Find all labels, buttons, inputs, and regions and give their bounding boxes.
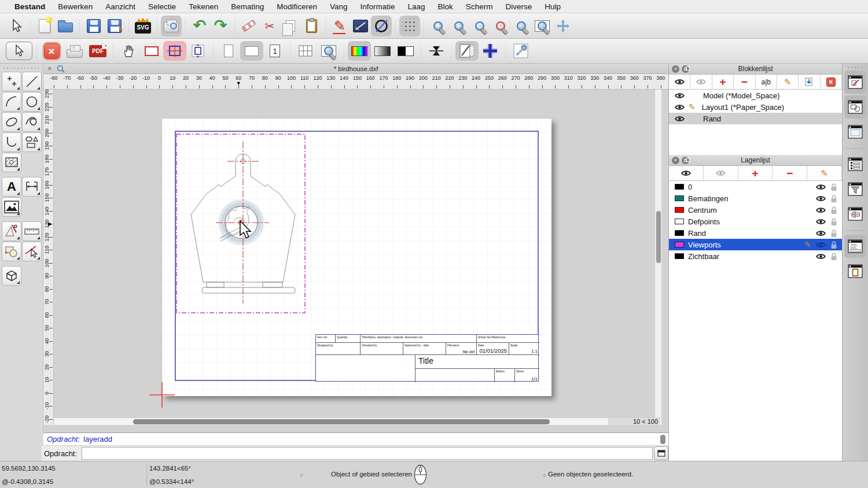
menu-diverse[interactable]: Diverse [499,0,538,13]
canvas[interactable]: Item ref Quantity Title/Name, destinatio… [54,90,661,425]
layer-lock-icon[interactable] [830,229,837,238]
svg-export-button[interactable]: SVG [133,16,153,36]
menu-bestand[interactable]: Bestand [8,0,52,13]
toolbox-drag-handle[interactable] [3,66,39,71]
dock-clipboard-button[interactable] [844,260,866,283]
layer-lock-icon[interactable] [830,217,837,226]
dock-command-history-button[interactable] [844,235,866,258]
open-file-button[interactable] [55,16,76,36]
layer-row-bematingen[interactable]: Bematingen [669,193,842,204]
reference-line-button[interactable] [350,16,371,36]
pan-button[interactable] [553,16,573,36]
draft-tools[interactable] [2,221,21,241]
layer-add-button[interactable]: + [738,166,773,180]
save-as-button[interactable]: ✎ [104,16,125,36]
command-input[interactable] [82,447,653,460]
menu-informatie[interactable]: Informatie [354,0,402,13]
zoom-previous-button[interactable]: ← [511,16,532,36]
redo-button[interactable]: ↷ [210,16,231,36]
select-tool[interactable] [6,16,27,36]
image-tool[interactable] [2,197,21,217]
block-add-button[interactable]: + [712,75,734,89]
layer-lock-icon[interactable] [830,183,837,191]
layer-row-viewports[interactable]: Viewports✎ [669,239,842,250]
layer-panel-close-icon[interactable]: × [672,157,679,164]
scale-compress-button[interactable] [425,41,448,61]
dimension-tool[interactable] [22,177,42,197]
new-file-button[interactable] [34,16,55,36]
multi-page-button[interactable] [294,41,317,61]
page-landscape-button[interactable] [240,41,263,61]
horizontal-scrollbar-thumb[interactable] [133,419,550,424]
zoom-selection-button[interactable]: ▢ [490,16,511,36]
visibility-eye-icon[interactable] [675,116,685,122]
single-page-button[interactable]: 1 [263,41,286,61]
block-remove-button[interactable]: − [734,75,755,89]
print-button[interactable] [63,41,86,61]
layer-edit-button[interactable]: ✎ [807,166,842,180]
points-tool[interactable] [2,72,21,91]
layer-visible-icon[interactable] [816,230,826,236]
block-show-button[interactable] [669,75,690,89]
visibility-eye-icon[interactable] [675,104,685,110]
layer-visible-icon[interactable] [816,253,826,260]
grayscale-button[interactable] [371,41,394,61]
menu-vang[interactable]: Vang [323,0,354,13]
block-panel-detach-icon[interactable] [682,65,689,73]
block-row-layout1-paper-space-[interactable]: ✎Layout1 (*Paper_Space) [669,101,842,113]
print-preview-button[interactable] [161,16,182,36]
visibility-eye-icon[interactable] [675,93,685,99]
layer-color-swatch[interactable] [675,184,684,190]
block-edit-button[interactable]: ✎ [777,75,799,89]
layer-hide-button[interactable] [704,166,738,180]
dock-property-editor-button[interactable] [844,71,866,94]
menu-bemating[interactable]: Bemating [225,0,270,13]
page-portrait-button[interactable] [217,41,240,61]
fit-drawing-button[interactable] [186,41,209,61]
hatch-tool[interactable] [2,153,21,172]
dock-filter-button[interactable] [844,178,866,201]
full-color-button[interactable] [348,41,371,61]
zoom-window-button[interactable] [532,16,553,36]
dock-viewport-button[interactable] [844,120,866,143]
layer-color-swatch[interactable] [675,242,684,247]
layer-lock-icon[interactable] [830,194,837,203]
menu-aanzicht[interactable]: Aanzicht [99,0,142,13]
grid-toggle-button[interactable] [399,16,420,36]
layer-remove-button[interactable]: − [773,166,807,180]
layer-visible-icon[interactable] [816,207,826,213]
measure-tool[interactable] [22,221,42,241]
menu-tekenen[interactable]: Tekenen [182,0,225,13]
drawing-settings-button[interactable] [455,41,479,61]
viewport-highlight-button[interactable] [163,41,186,61]
dock-drag-handle[interactable] [847,65,864,69]
layer-row-0[interactable]: 0 [669,181,842,193]
paste-button[interactable] [301,16,322,36]
layer-color-swatch[interactable] [675,253,684,259]
undo-button[interactable]: ↶ [189,16,210,36]
zoom-out-button[interactable]: − [448,16,469,36]
polyline-tool[interactable] [2,132,21,152]
layer-panel-detach-icon[interactable] [682,157,689,164]
layer-color-swatch[interactable] [675,219,684,224]
zoom-in-button[interactable]: + [428,16,448,36]
layer-row-rand[interactable]: Rand [669,227,842,239]
preferences-button[interactable] [509,41,532,61]
text-tool[interactable]: A [2,177,21,197]
layer-visible-icon[interactable] [816,195,826,202]
close-print-preview-button[interactable]: × [40,41,63,61]
zoom-auto-button[interactable]: ▢ [469,16,490,36]
shape-tool[interactable] [22,132,42,152]
layer-color-swatch[interactable] [675,207,684,213]
modify-tools[interactable] [22,242,42,261]
layer-show-button[interactable] [669,166,704,180]
command-options-button[interactable] [654,446,668,460]
block-rename-button[interactable]: a|b [756,75,777,89]
menu-laag[interactable]: Laag [402,0,432,13]
arc-tool[interactable] [2,92,21,112]
layer-visible-icon[interactable] [816,242,826,248]
block-insert-button[interactable] [799,75,820,89]
layer-row-zichtbaar[interactable]: Zichtbaar [669,250,842,262]
copy-button[interactable] [280,16,301,36]
menu-blok[interactable]: Blok [432,0,459,13]
